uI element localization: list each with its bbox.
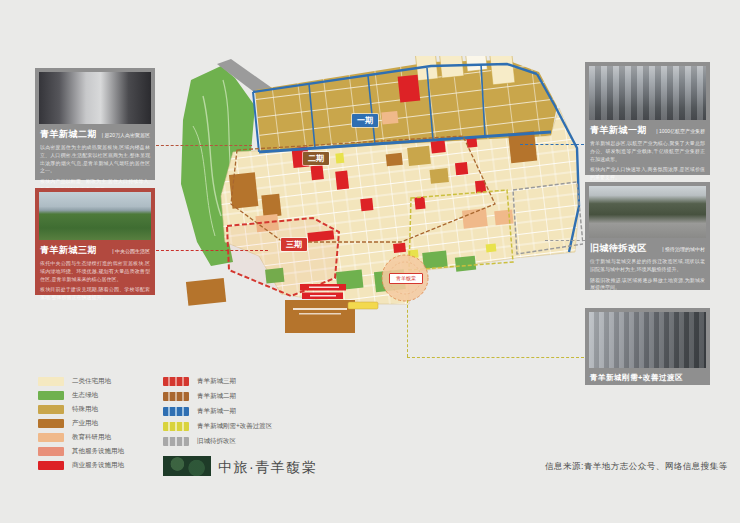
legend-row: 产业用地 [38, 416, 124, 430]
transition-photo [589, 312, 706, 368]
brand-satellite-thumb [163, 456, 211, 476]
connector-transition-h [407, 357, 584, 358]
card-oldtown: 旧城待拆改区 | 亟待治理的城中村 位于新城与老城交界处的待拆迁改造区域,现状以… [585, 182, 710, 290]
legend-row: 青羊新城刚需+改善过渡区 [163, 419, 272, 434]
phase2-badge: 二期 [303, 152, 329, 165]
legend-label: 青羊新城三期 [197, 377, 236, 386]
legend-label: 产业用地 [72, 419, 98, 428]
industry-center-block [285, 300, 355, 333]
card-oldtown-subtitle: | 亟待治理的城中村 [662, 246, 705, 252]
connector-phase3 [156, 250, 268, 251]
phase3-badge: 三期 [281, 238, 307, 251]
card-phase3-body1: 依托中央公园与生态绿楔打造的低密宜居板块,区域内绿地环绕、环境优越,规划有大量品… [40, 260, 150, 283]
card-phase2-body1: 以高密度居住为主的成熟聚居板块,区域内楼盘林立、人口稠密,生活配套以社区底商为主… [40, 144, 150, 175]
poster: 一期 二期 三期 青羊馥棠 青羊新城二期 | 超20万人高密聚居区 以高密度居住… [0, 0, 740, 523]
map-svg [163, 56, 583, 362]
legend-row: 生态绿地 [38, 388, 124, 402]
legend-row: 青羊新城三期 [163, 374, 272, 389]
card-transition: 青羊新城刚需+改善过渡区 [585, 308, 710, 385]
connector-phase2 [156, 145, 252, 146]
legend-row: 其他服务设施用地 [38, 444, 124, 458]
swatch-zone-transition [163, 422, 189, 431]
swatch-industry [38, 419, 64, 428]
legend-label: 二类住宅用地 [72, 377, 111, 386]
legend-zones: 青羊新城三期 青羊新城二期 青羊新城一期 青羊新城刚需+改善过渡区 旧城待拆改区 [163, 374, 272, 449]
legend-label: 教育科研用地 [72, 433, 111, 442]
legend-land-use: 二类住宅用地 生态绿地 特殊用地 产业用地 教育科研用地 其他服务设施用地 商业… [38, 374, 124, 472]
phase3-photo [39, 192, 151, 240]
card-oldtown-title: 旧城待拆改区 [590, 242, 647, 255]
legend-label: 商业服务设施用地 [72, 461, 124, 470]
swatch-education [38, 433, 64, 442]
swatch-other-service [38, 447, 64, 456]
swatch-zone-phase2 [163, 392, 189, 401]
legend-label: 青羊新城二期 [197, 392, 236, 401]
project-label: 青羊馥棠 [389, 273, 423, 284]
legend-row: 青羊新城二期 [163, 389, 272, 404]
swatch-commercial [38, 461, 64, 470]
oldtown-photo [589, 186, 706, 238]
card-phase3: 青羊新城三期 | 中央公园生活区 依托中央公园与生态绿楔打造的低密宜居板块,区域… [35, 188, 155, 295]
legend-label: 特殊用地 [72, 405, 98, 414]
card-phase1-body2: 板块内产业人口快速导入,商务氛围浓厚,是区域价值的重要支撑。 [590, 166, 705, 182]
legend-row: 商业服务设施用地 [38, 458, 124, 472]
connector-transition-v [407, 300, 408, 357]
card-phase1-title: 青羊新城一期 [590, 124, 647, 137]
legend-row: 二类住宅用地 [38, 374, 124, 388]
swatch-residential [38, 377, 64, 386]
swatch-zone-phase1 [163, 407, 189, 416]
legend-row: 青羊新城一期 [163, 404, 272, 419]
card-phase1-subtitle: | 1000亿航空产业集群 [656, 128, 705, 134]
connector-phase1 [520, 144, 584, 145]
card-phase2-subtitle: | 超20万人高密聚居区 [102, 132, 150, 138]
card-oldtown-body1: 位于新城与老城交界处的待拆迁改造区域,现状以老旧院落与城中村为主,环境风貌亟待提… [590, 258, 705, 274]
card-phase1-body1: 青羊新城起步区,以航空产业为核心,聚集了大量总部办公、研发制造等产业载体,千亿级… [590, 140, 705, 163]
legend-label: 其他服务设施用地 [72, 447, 124, 456]
card-phase3-body2: 板块目前处于建设兑现期,随着公园、学校等配套落地,整体价值正在快速提升。 [40, 286, 150, 302]
brand-name: 中旅·青羊馥棠 [218, 459, 317, 477]
master-plan-map: 一期 二期 三期 青羊馥棠 [163, 56, 583, 362]
card-oldtown-body2: 随着旧改推进,该区域将逐步释放土地资源,为新城发展提供空间。 [590, 277, 705, 293]
phase1-badge: 一期 [352, 114, 378, 127]
legend-row: 特殊用地 [38, 402, 124, 416]
station-label [348, 302, 378, 309]
legend-label: 青羊新城一期 [197, 407, 236, 416]
card-transition-title: 青羊新城刚需+改善过渡区 [590, 373, 683, 383]
legend-row: 旧城待拆改区 [163, 434, 272, 449]
connector-oldtown [545, 240, 585, 241]
card-phase3-subtitle: | 中央公园生活区 [112, 248, 150, 254]
legend-label: 旧城待拆改区 [197, 437, 236, 446]
card-phase1: 青羊新城一期 | 1000亿航空产业集群 青羊新城起步区,以航空产业为核心,聚集… [585, 62, 710, 175]
legend-row: 教育科研用地 [38, 430, 124, 444]
card-phase3-title: 青羊新城三期 [40, 244, 97, 257]
card-phase2: 青羊新城二期 | 超20万人高密聚居区 以高密度居住为主的成熟聚居板块,区域内楼… [35, 68, 155, 180]
swatch-zone-phase3 [163, 377, 189, 386]
swatch-green [38, 391, 64, 400]
legend-label: 生态绿地 [72, 391, 98, 400]
phase1-photo [589, 66, 706, 120]
swatch-zone-oldtown [163, 437, 189, 446]
legend-label: 青羊新城刚需+改善过渡区 [197, 422, 272, 431]
swatch-special [38, 405, 64, 414]
card-phase2-title: 青羊新城二期 [40, 128, 97, 141]
phase2-photo [39, 72, 151, 124]
source-note: 信息来源:青羊地方志公众号、网络信息搜集等 [545, 461, 728, 473]
